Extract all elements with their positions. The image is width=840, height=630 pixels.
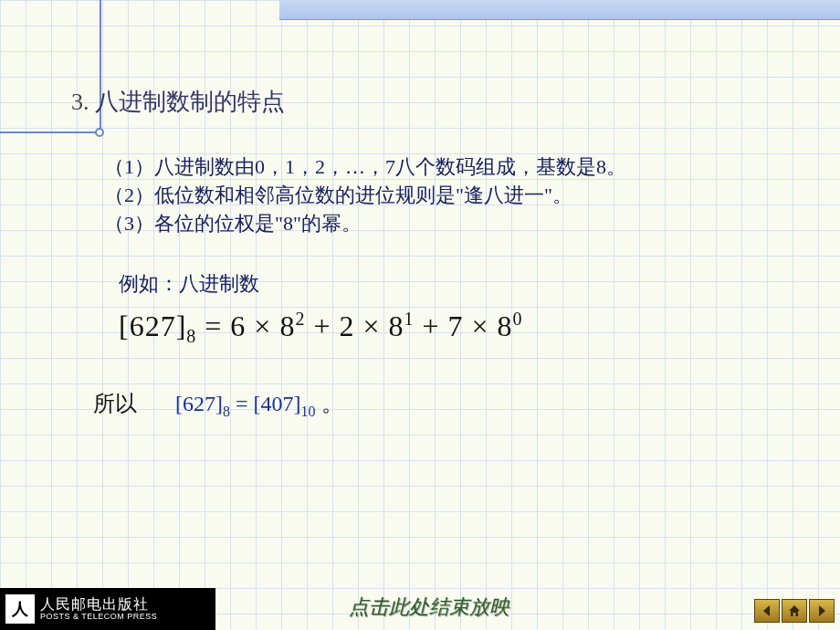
divider-node — [95, 128, 104, 137]
conc-lhs-sub: 8 — [223, 404, 230, 419]
end-slideshow-link[interactable]: 点击此处结束放映 — [349, 593, 509, 621]
slide: 3. 八进制数制的特点 （1）八进制数由0，1，2，…，7八个数码组成，基数是8… — [0, 0, 840, 630]
t1-base: 8 — [279, 310, 295, 342]
t1-coef: 6 — [230, 310, 246, 342]
arrow-right-icon — [814, 604, 829, 618]
logo-mark: 人 — [5, 594, 35, 624]
formula-eq: = — [196, 310, 230, 342]
formula-lhs-num: 627 — [130, 310, 176, 342]
t3-mul: × — [464, 310, 498, 342]
logo-text: 人民邮电出版社 POSTS & TELECOM PRESS — [40, 596, 157, 621]
heading-number: 3. — [71, 89, 89, 115]
conc-eq: = — [230, 392, 254, 415]
conc-lhs: [627] — [175, 392, 223, 415]
bullet-item-3: （3）各位的位权是"8"的幂。 — [104, 210, 780, 238]
formula: [627]8 = 6 × 82 + 2 × 81 + 7 × 80 — [119, 309, 523, 347]
section-heading: 3. 八进制数制的特点 — [71, 86, 285, 118]
divider-horizontal — [0, 131, 100, 133]
t2-mul: × — [354, 310, 388, 342]
t2-coef: 2 — [339, 310, 354, 342]
conclusion-expression: [627]8 = [407]10 — [175, 392, 321, 415]
publisher-en: POSTS & TELECOM PRESS — [40, 613, 157, 622]
conclusion: 所以 [627]8 = [407]10 。 — [93, 389, 343, 420]
conc-rhs-sub: 10 — [301, 404, 316, 419]
example-label: 例如：八进制数 — [119, 270, 259, 298]
t2-base: 8 — [389, 310, 404, 342]
arrow-left-icon — [760, 604, 774, 618]
prev-button[interactable] — [754, 599, 780, 623]
t1-exp: 2 — [295, 309, 305, 329]
conc-rhs: [407] — [254, 392, 301, 415]
bullet-item-2: （2）低位数和相邻高位数的进位规则是"逢八进一"。 — [104, 182, 780, 210]
conclusion-punct: 。 — [321, 392, 343, 415]
formula-lhs-open: [ — [119, 310, 130, 342]
formula-lhs-close: ] — [176, 310, 187, 342]
bullet-list: （1）八进制数由0，1，2，…，7八个数码组成，基数是8。 （2）低位数和相邻高… — [104, 153, 780, 237]
next-button[interactable] — [809, 599, 835, 623]
publisher-logo: 人 人民邮电出版社 POSTS & TELECOM PRESS — [0, 588, 215, 630]
publisher-zh: 人民邮电出版社 — [40, 596, 157, 613]
home-button[interactable] — [782, 599, 807, 623]
heading-title: 八进制数制的特点 — [95, 89, 285, 115]
formula-lhs-sub: 8 — [186, 326, 196, 346]
top-accent-bar — [279, 0, 840, 20]
home-icon — [787, 604, 802, 618]
plus2: + — [415, 310, 448, 342]
t2-exp: 1 — [404, 309, 415, 329]
plus1: + — [305, 310, 339, 342]
t3-exp: 0 — [513, 309, 523, 329]
nav-controls — [754, 599, 835, 623]
conclusion-label: 所以 — [93, 392, 137, 415]
bullet-item-1: （1）八进制数由0，1，2，…，7八个数码组成，基数是8。 — [104, 153, 780, 182]
t3-base: 8 — [498, 310, 513, 342]
t3-coef: 7 — [448, 310, 464, 342]
t1-mul: × — [246, 310, 279, 342]
